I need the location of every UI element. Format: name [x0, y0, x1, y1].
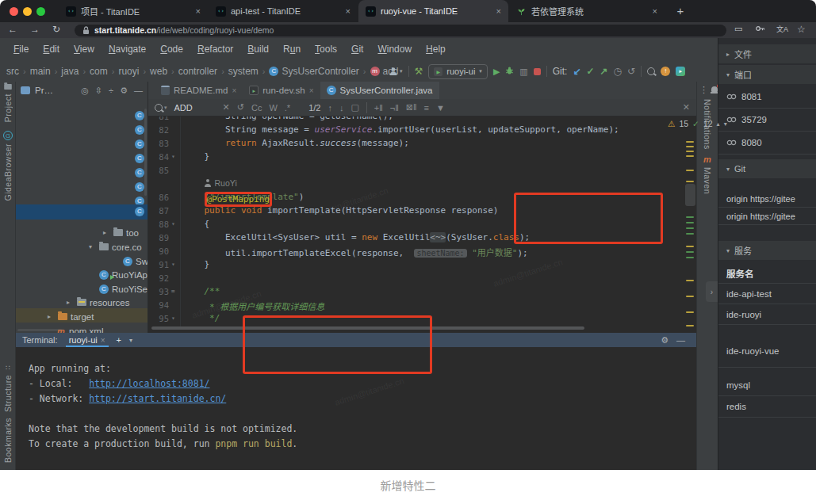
tree-row-class[interactable]: C	[135, 180, 144, 193]
words-toggle[interactable]: W	[269, 103, 277, 113]
warning-stripe-mark[interactable]	[686, 280, 694, 281]
password-key-icon[interactable]	[755, 24, 765, 35]
save-card-icon[interactable]: ▭	[734, 24, 742, 34]
address-bar[interactable]: start.titanide.cn/ide/web/coding/ruoyi-v…	[75, 25, 726, 36]
section-git[interactable]: ▾ Git	[718, 159, 816, 178]
rollback-icon[interactable]: ↺	[627, 66, 635, 77]
translate-icon[interactable]: 文A	[776, 24, 788, 34]
service-item-ide-api-test[interactable]: ide-api-test	[718, 284, 816, 304]
section-files[interactable]: ▸ 文件	[718, 44, 816, 63]
tree-item-Swa[interactable]: CSwa	[113, 254, 147, 268]
sidebar-item-bookmarks[interactable]: Bookmarks	[0, 418, 16, 463]
menu-build[interactable]: Build	[240, 44, 276, 55]
fold-icon[interactable]: ▾	[171, 220, 181, 227]
menu-git[interactable]: Git	[344, 44, 370, 55]
tree-item-resources[interactable]: ▸resources	[67, 296, 130, 309]
warning-stripe-mark[interactable]	[686, 151, 694, 152]
hide-panel-icon[interactable]: —	[134, 86, 143, 96]
git-commit-button[interactable]: ✓	[586, 66, 594, 77]
warning-stripe-mark[interactable]	[686, 296, 694, 297]
fold-icon[interactable]: ▾	[171, 315, 181, 322]
close-find-icon[interactable]: ✕	[683, 102, 690, 113]
collapse-all-icon[interactable]: ÷	[109, 86, 113, 96]
breadcrumb-item-system[interactable]: system	[228, 66, 259, 77]
tree-item-RuoYiApp[interactable]: CRuoYiApp	[89, 268, 147, 281]
tree-item-core.co[interactable]: ▾core.co	[89, 240, 142, 254]
warning-stripe-mark[interactable]	[686, 146, 694, 147]
service-item-redis[interactable]: redis	[718, 396, 816, 418]
git-push-button[interactable]: ↗	[600, 66, 608, 77]
fold-icon[interactable]: ▾	[171, 261, 181, 268]
tree-row-class[interactable]: C	[135, 151, 144, 165]
warning-stripe-mark[interactable]	[686, 155, 694, 157]
next-problem-icon[interactable]: ▾	[724, 120, 727, 128]
git-remote-item[interactable]: origin https://gitee	[718, 208, 816, 225]
browser-tab-2[interactable]: ‹›api-test - TitanIDE×	[209, 0, 358, 22]
user-icon[interactable]: ▾	[389, 67, 403, 76]
tree-row-class[interactable]: C	[135, 137, 144, 151]
breadcrumb-item-src[interactable]: src	[6, 66, 19, 77]
window-minimize-button[interactable]	[23, 7, 32, 16]
tab-close-icon[interactable]: ×	[309, 86, 314, 95]
filter-icon[interactable]: ▼	[436, 103, 445, 113]
ok-stripe-mark[interactable]	[686, 257, 694, 258]
fold-icon[interactable]: ▾	[171, 153, 181, 160]
project-scrollbar[interactable]	[144, 109, 147, 196]
warning-stripe-mark[interactable]	[686, 181, 694, 182]
find-input[interactable]: ADD	[174, 103, 216, 113]
breadcrumb-item-java[interactable]: java	[61, 66, 79, 77]
gear-icon[interactable]: ⚙	[661, 335, 669, 346]
minimize-icon[interactable]: —	[676, 335, 685, 345]
editor-tab-run-dev.sh[interactable]: ▸run-dev.sh×	[243, 82, 320, 99]
menu-file[interactable]: File	[6, 44, 36, 55]
titanide-badge-icon[interactable]: ▸	[676, 67, 685, 76]
sidebar-collapse-handle[interactable]: ›	[706, 281, 718, 302]
ok-stripe-mark[interactable]	[686, 251, 694, 253]
warning-stripe-mark[interactable]	[686, 325, 694, 326]
breadcrumb-item-SysUserController[interactable]: CSysUserController	[269, 66, 358, 77]
port-item-8081[interactable]: 8081	[718, 86, 816, 109]
ok-stripe-mark[interactable]	[686, 227, 694, 229]
warning-stripe-mark[interactable]	[686, 170, 694, 171]
tab-close-icon[interactable]: ×	[232, 86, 236, 95]
sidebar-item-structure[interactable]: ∷ Structure	[0, 364, 16, 412]
port-item-35729[interactable]: 35729	[718, 109, 816, 132]
menu-tools[interactable]: Tools	[308, 44, 344, 55]
window-zoom-button[interactable]	[36, 7, 45, 16]
project-panel-title[interactable]: Pr…	[35, 86, 53, 95]
editor-tab-SysUserController.java[interactable]: CSysUserController.java	[320, 82, 439, 99]
run-configuration-select[interactable]: ▶ ruoyi-ui ▾	[428, 64, 488, 79]
upgrade-icon[interactable]: ↑	[661, 67, 670, 76]
tree-item-RuoYiSer[interactable]: CRuoYiSer	[89, 282, 147, 296]
error-stripe[interactable]	[682, 116, 696, 326]
match-case-toggle[interactable]: Cc	[251, 103, 262, 113]
select-all-occurrences-icon[interactable]: ▢	[351, 102, 358, 113]
forward-icon[interactable]: →	[30, 24, 40, 35]
stop-button[interactable]	[534, 68, 541, 75]
reload-icon[interactable]: ↻	[52, 24, 60, 35]
remove-occurrence-icon[interactable]: ¬‖	[390, 103, 399, 113]
gear-icon[interactable]: ⚙	[120, 86, 128, 96]
tree-expand-icon[interactable]: ▸	[103, 229, 110, 236]
breadcrumb-item-main[interactable]: main	[30, 66, 51, 77]
breadcrumb-item-web[interactable]: web	[150, 66, 167, 77]
git-update-button[interactable]: ↙	[573, 66, 580, 77]
find-next-icon[interactable]: ↓	[339, 103, 344, 113]
run-button[interactable]: ▶	[493, 67, 500, 77]
terminal-dropdown-icon[interactable]: ▾	[129, 337, 132, 344]
local-url-link[interactable]: http://localhost:8081/	[89, 378, 209, 389]
fold-icon[interactable]: ≡	[171, 288, 181, 295]
terminal-tab-ruoyi-ui[interactable]: ruoyi-ui ×	[66, 333, 109, 347]
menu-edit[interactable]: Edit	[36, 44, 67, 55]
ok-stripe-mark[interactable]	[686, 233, 694, 235]
browser-tab-3[interactable]: ‹›ruoyi-vue - TitanIDE×	[358, 0, 508, 22]
tree-row-class[interactable]: C	[135, 123, 144, 136]
window-close-button[interactable]	[10, 7, 18, 16]
tree-expand-icon[interactable]: ▾	[89, 243, 96, 250]
ok-stripe-mark[interactable]	[686, 216, 694, 218]
tab-close-button[interactable]: ×	[496, 6, 501, 16]
warning-stripe-mark[interactable]	[686, 311, 694, 313]
tree-expand-icon[interactable]: ▸	[48, 313, 55, 320]
bookmark-star-icon[interactable]: ☆	[797, 24, 806, 35]
git-remote-item[interactable]: origin https://gitee	[718, 190, 816, 208]
